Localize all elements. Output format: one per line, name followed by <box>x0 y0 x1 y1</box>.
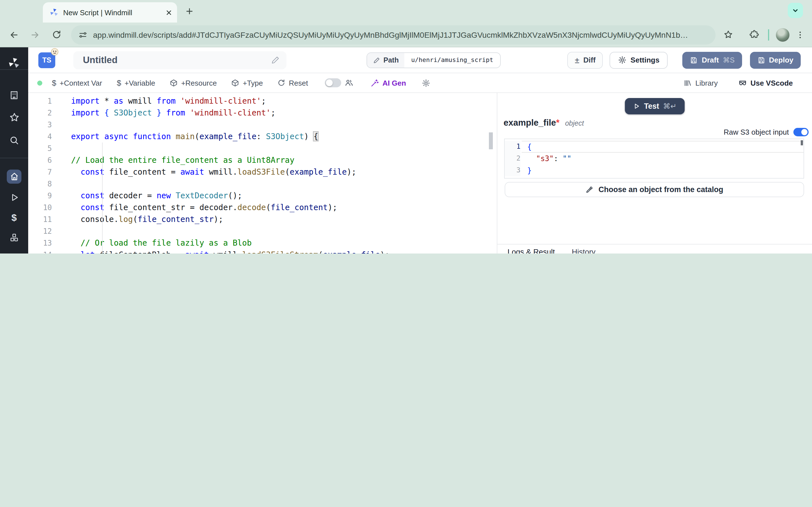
add-variable-button[interactable]: $ +Variable <box>117 78 155 87</box>
draft-button[interactable]: Draft ⌘S <box>682 52 742 68</box>
profile-avatar[interactable] <box>776 28 790 41</box>
use-vscode-label: Use VScode <box>751 78 793 87</box>
line-number: 11 <box>28 214 52 225</box>
code-line[interactable]: 8 <box>28 178 497 190</box>
code-line[interactable]: 5 <box>28 143 497 154</box>
back-icon[interactable] <box>9 30 19 40</box>
code-line[interactable]: 3 <box>28 119 497 131</box>
add-context-var-button[interactable]: $ +Context Var <box>52 78 102 87</box>
script-title: Untitled <box>83 55 271 65</box>
code-line[interactable]: 12 <box>28 225 497 237</box>
argument-name: example_file <box>504 118 556 128</box>
add-type-button[interactable]: +Type <box>232 78 263 87</box>
code-line[interactable]: 1{ <box>505 141 804 153</box>
settings-button[interactable]: Settings <box>610 52 668 68</box>
emoji-badge-icon <box>51 48 59 55</box>
code-line[interactable]: 6// Load the entire file_content as a Ui… <box>28 154 497 166</box>
line-number: 1 <box>505 141 520 153</box>
code-line[interactable]: 7 const file_content = await wmill.loadS… <box>28 166 497 178</box>
ai-gen-button[interactable]: AI Gen <box>370 78 406 87</box>
required-asterisk: * <box>556 118 559 128</box>
code-line[interactable]: 1import * as wmill from 'windmill-client… <box>28 95 497 107</box>
toggle-off[interactable] <box>325 78 341 87</box>
code-line[interactable]: 2import { S3Object } from 'windmill-clie… <box>28 107 497 119</box>
save-icon <box>690 56 698 64</box>
reset-label: Reset <box>289 78 308 87</box>
script-title-input[interactable]: Untitled <box>73 51 287 69</box>
sidebar-item-home[interactable] <box>0 172 28 181</box>
code-line[interactable]: 13 // Or load the file lazily as a Blob <box>28 237 497 249</box>
code-lines: 1import * as wmill from 'windmill-client… <box>28 95 497 253</box>
tab-strip: New Script | Windmill <box>0 0 812 22</box>
deploy-button[interactable]: Deploy <box>750 52 801 68</box>
new-tab-icon[interactable] <box>185 7 194 16</box>
choose-object-button[interactable]: Choose an object from the catalog <box>505 182 804 197</box>
play-icon <box>633 103 640 110</box>
windmill-logo[interactable] <box>0 57 28 69</box>
code-line[interactable]: 11 console.log(file_content_str); <box>28 214 497 225</box>
code-line[interactable]: 3} <box>505 165 804 176</box>
bookmark-star-icon[interactable] <box>723 30 733 40</box>
play-icon <box>9 193 19 202</box>
line-number: 3 <box>28 119 52 131</box>
raw-s3-label: Raw S3 object input <box>724 128 789 136</box>
reset-button[interactable]: Reset <box>277 78 308 87</box>
script-header: TS Untitled Path <box>28 47 812 73</box>
tab-history[interactable]: History <box>572 244 596 253</box>
editor-settings-button[interactable] <box>422 78 430 87</box>
gear-icon <box>422 78 430 87</box>
browser-tab[interactable]: New Script | Windmill <box>43 2 177 22</box>
tab-title: New Script | Windmill <box>63 8 165 17</box>
code-line[interactable]: 9 const decoder = new TextDecoder(); <box>28 190 497 202</box>
argument-type: object <box>565 119 584 127</box>
editor-toolbar: $ +Context Var $ +Variable +Resource +Ty… <box>28 73 812 93</box>
result-tabs: Logs & Result History <box>497 244 812 253</box>
reload-icon[interactable] <box>52 30 61 40</box>
extensions-puzzle-icon[interactable] <box>749 30 759 40</box>
diff-button[interactable]: ± Diff <box>567 52 603 68</box>
code-line[interactable]: 14 let fileContentBlob = await wmill.loa… <box>28 249 497 253</box>
windmill-script-editor-window: New Script | Windmill <box>0 0 812 253</box>
typescript-badge: TS <box>38 52 55 68</box>
line-number: 12 <box>28 225 52 237</box>
close-tab-icon[interactable] <box>165 9 172 16</box>
line-number: 14 <box>28 249 52 253</box>
library-button[interactable]: Library <box>683 78 718 87</box>
browser-menu-icon[interactable] <box>796 30 805 39</box>
sidebar-item-resources[interactable] <box>0 233 28 243</box>
search-icon <box>9 135 19 145</box>
editor-scrollbar-thumb[interactable] <box>489 132 493 149</box>
args-section: Test ⌘↵ example_file * object Raw S3 obj… <box>497 93 812 244</box>
sidebar-item-runs[interactable] <box>0 193 28 202</box>
use-vscode-button[interactable]: Use VScode <box>738 78 793 87</box>
add-resource-button[interactable]: +Resource <box>170 78 216 87</box>
test-button[interactable]: Test ⌘↵ <box>625 98 684 114</box>
args-json-editor[interactable]: 1{2 "s3": ""3} <box>504 138 804 179</box>
path-field[interactable]: Path u/henri/amusing_script <box>366 52 501 68</box>
line-number: 6 <box>28 154 52 166</box>
code-line[interactable]: 10 const file_content_str = decoder.deco… <box>28 202 497 214</box>
sidebar-item-search[interactable] <box>0 135 28 145</box>
raw-s3-toggle-on[interactable] <box>794 128 809 136</box>
json-lines: 1{2 "s3": ""3} <box>505 141 804 176</box>
code-line[interactable]: 4export async function main(example_file… <box>28 131 497 143</box>
forward-icon[interactable] <box>30 30 40 40</box>
address-bar[interactable]: app.windmill.dev/scripts/add#JTdCJTIyaGF… <box>71 25 716 44</box>
edit-title-pencil-icon[interactable] <box>271 56 280 64</box>
code-line[interactable]: 2 "s3": "" <box>505 153 804 165</box>
sidebar-item-workspace[interactable] <box>0 90 28 100</box>
site-info-icon[interactable] <box>79 30 87 39</box>
sidebar-divider <box>0 69 28 70</box>
code-editor[interactable]: 1import * as wmill from 'windmill-client… <box>28 93 497 253</box>
multiplayer-toggle[interactable] <box>325 78 354 87</box>
line-number: 8 <box>28 178 52 190</box>
sidebar-item-favorites[interactable] <box>0 112 28 123</box>
sidebar-item-variables[interactable]: $ <box>0 212 28 224</box>
line-number: 13 <box>28 237 52 249</box>
vscode-goggles-icon <box>738 78 747 87</box>
url-text: app.windmill.dev/scripts/add#JTdCJTIyaGF… <box>93 30 688 39</box>
line-number: 5 <box>28 143 52 154</box>
dollar-icon: $ <box>117 78 121 87</box>
tab-logs-result[interactable]: Logs & Result <box>507 244 555 253</box>
tab-search-button[interactable] <box>788 3 803 18</box>
